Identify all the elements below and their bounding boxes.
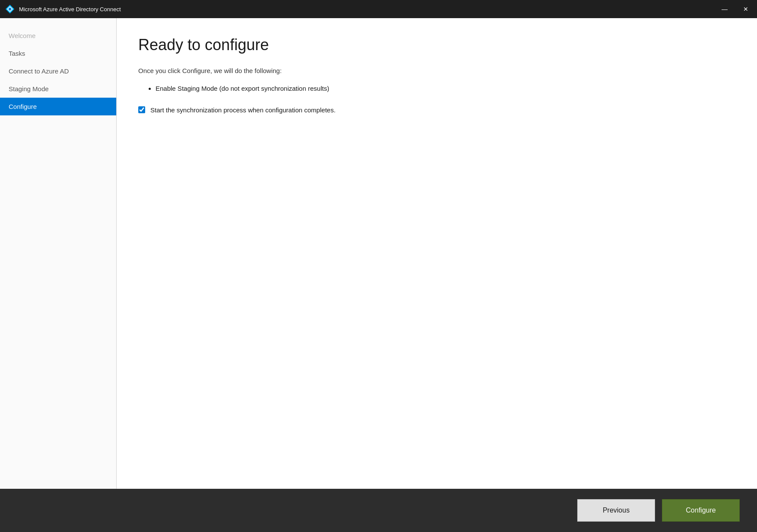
sidebar-item-welcome[interactable]: Welcome — [0, 27, 116, 45]
bullet-item-1: Enable Staging Mode (do not export synch… — [156, 84, 735, 94]
sync-checkbox-label[interactable]: Start the synchronization process when c… — [150, 105, 336, 115]
sidebar-item-staging-mode[interactable]: Staging Mode — [0, 80, 116, 98]
sync-checkbox-row: Start the synchronization process when c… — [138, 105, 735, 115]
configure-button[interactable]: Configure — [662, 499, 740, 522]
main-content: Ready to configure Once you click Config… — [117, 18, 757, 489]
page-title: Ready to configure — [138, 35, 735, 54]
bullet-list: Enable Staging Mode (do not export synch… — [138, 84, 735, 94]
footer: Previous Configure — [0, 489, 757, 532]
window-content: Welcome Tasks Connect to Azure AD Stagin… — [0, 18, 757, 489]
title-bar: Microsoft Azure Active Directory Connect… — [0, 0, 757, 18]
sync-checkbox[interactable] — [138, 106, 145, 113]
sidebar-item-tasks[interactable]: Tasks — [0, 45, 116, 62]
previous-button[interactable]: Previous — [577, 499, 655, 522]
title-bar-controls: — ✕ — [718, 4, 752, 14]
sidebar: Welcome Tasks Connect to Azure AD Stagin… — [0, 18, 117, 489]
azure-logo-icon — [5, 4, 15, 14]
main-window: Welcome Tasks Connect to Azure AD Stagin… — [0, 18, 757, 532]
title-bar-left: Microsoft Azure Active Directory Connect — [5, 4, 121, 14]
sidebar-item-configure[interactable]: Configure — [0, 98, 116, 115]
minimize-button[interactable]: — — [718, 4, 731, 14]
title-bar-title: Microsoft Azure Active Directory Connect — [19, 6, 121, 13]
sidebar-item-connect-azure-ad[interactable]: Connect to Azure AD — [0, 62, 116, 80]
close-button[interactable]: ✕ — [740, 4, 752, 14]
description-text: Once you click Configure, we will do the… — [138, 66, 735, 76]
